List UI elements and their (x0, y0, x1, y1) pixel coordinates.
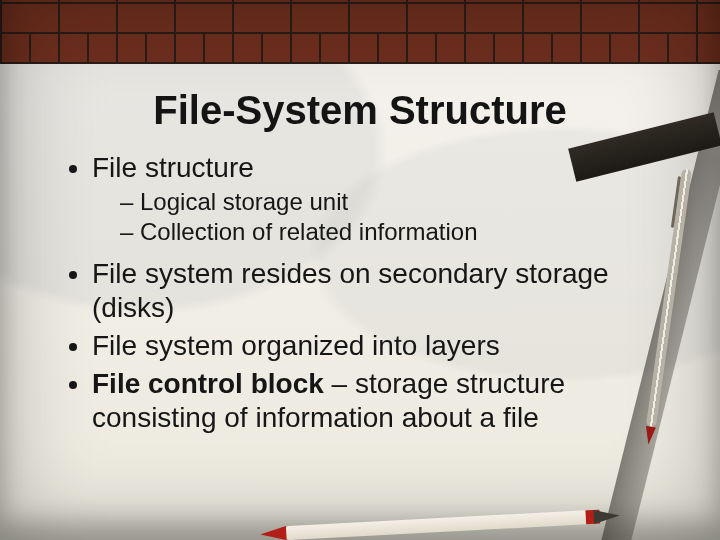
bullet-4-bold: File control block (92, 368, 324, 399)
bullet-list: File structure Logical storage unit Coll… (68, 151, 660, 435)
slide-title: File-System Structure (0, 88, 720, 133)
brick-header (0, 0, 720, 64)
bullet-1-sub-2: Collection of related information (120, 217, 660, 246)
slide-content: File-System Structure File structure Log… (0, 64, 720, 540)
bullet-3: File system organized into layers (92, 329, 660, 363)
bullet-1-sub-1: Logical storage unit (120, 187, 660, 216)
slide: File-System Structure File structure Log… (0, 0, 720, 540)
bullet-1-sublist: Logical storage unit Collection of relat… (92, 187, 660, 247)
bullet-2: File system resides on secondary storage… (92, 257, 660, 325)
bullet-1-text: File structure (92, 152, 254, 183)
bullet-1: File structure Logical storage unit Coll… (92, 151, 660, 247)
bullet-4: File control block – storage structure c… (92, 367, 660, 435)
